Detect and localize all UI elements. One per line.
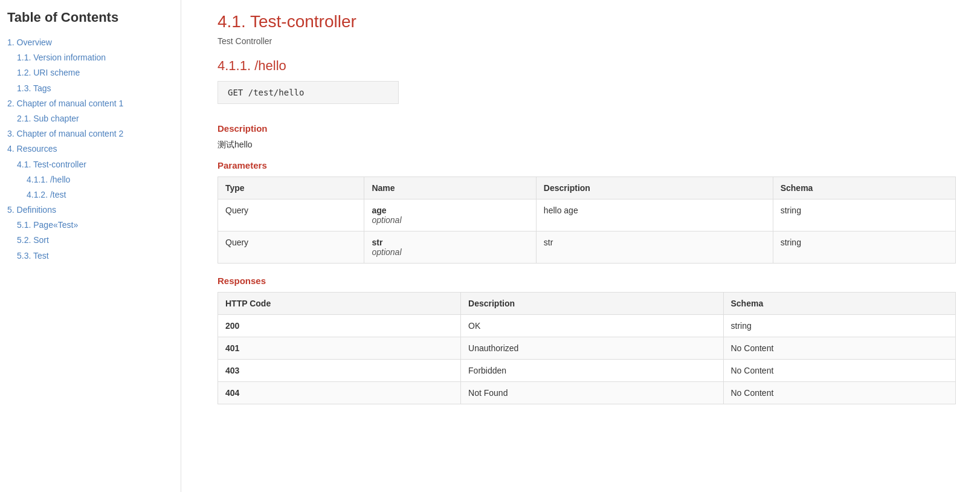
param-col-name: Name: [364, 177, 536, 199]
response-row: 403 Forbidden No Content: [218, 360, 956, 382]
controller-section-title: 4.1. Test-controller: [218, 12, 956, 31]
response-code: 401: [218, 337, 461, 360]
controller-label: Test Controller: [218, 36, 956, 46]
response-schema: No Content: [723, 337, 956, 360]
sidebar-item-test-def[interactable]: 5.3. Test: [7, 248, 173, 264]
response-description: OK: [461, 315, 723, 337]
parameters-table-head: Type Name Description Schema: [218, 177, 956, 199]
param-name-cell: str optional: [364, 231, 536, 264]
sidebar: Table of Contents 1. Overview1.1. Versio…: [0, 0, 181, 492]
resp-col-code: HTTP Code: [218, 293, 461, 315]
param-col-schema: Schema: [773, 177, 955, 199]
code-block: GET /test/hello: [218, 81, 399, 104]
response-code: 403: [218, 360, 461, 382]
sidebar-item-sort[interactable]: 5.2. Sort: [7, 233, 173, 248]
response-row: 404 Not Found No Content: [218, 382, 956, 404]
sidebar-item-sub-chapter[interactable]: 2.1. Sub chapter: [7, 111, 173, 126]
param-type: Query: [218, 231, 364, 264]
main-content: 4.1. Test-controller Test Controller 4.1…: [181, 0, 980, 492]
sidebar-item-overview[interactable]: 1. Overview: [7, 35, 173, 50]
param-description: hello age: [536, 199, 773, 231]
sidebar-title: Table of Contents: [7, 10, 173, 25]
param-row: Query str optional str string: [218, 231, 956, 264]
sidebar-item-definitions[interactable]: 5. Definitions: [7, 202, 173, 218]
sidebar-item-test[interactable]: 4.1.2. /test: [7, 187, 173, 202]
parameters-table-body: Query age optional hello age string Quer…: [218, 199, 956, 264]
param-schema: string: [773, 231, 955, 264]
param-col-description: Description: [536, 177, 773, 199]
parameters-label: Parameters: [218, 160, 956, 170]
sidebar-item-hello[interactable]: 4.1.1. /hello: [7, 172, 173, 187]
sidebar-item-tags[interactable]: 1.3. Tags: [7, 81, 173, 96]
response-code: 200: [218, 315, 461, 337]
sidebar-item-uri-scheme[interactable]: 1.2. URI scheme: [7, 65, 173, 80]
param-col-type: Type: [218, 177, 364, 199]
param-name: age: [372, 206, 528, 215]
resp-col-description: Description: [461, 293, 723, 315]
response-description: Unauthorized: [461, 337, 723, 360]
sidebar-item-chapter2[interactable]: 2. Chapter of manual content 1: [7, 96, 173, 111]
param-schema: string: [773, 199, 955, 231]
sidebar-item-page-test[interactable]: 5.1. Page«Test»: [7, 218, 173, 233]
endpoint-title: 4.1.1. /hello: [218, 58, 956, 74]
param-row: Query age optional hello age string: [218, 199, 956, 231]
responses-table-body: 200 OK string 401 Unauthorized No Conten…: [218, 315, 956, 404]
description-label: Description: [218, 123, 956, 134]
table-of-contents: 1. Overview1.1. Version information1.2. …: [7, 35, 173, 264]
response-schema: No Content: [723, 382, 956, 404]
description-text: 测试hello: [218, 140, 956, 151]
param-optional: optional: [372, 215, 401, 225]
sidebar-item-chapter3[interactable]: 3. Chapter of manual content 2: [7, 126, 173, 141]
response-row: 200 OK string: [218, 315, 956, 337]
response-description: Not Found: [461, 382, 723, 404]
param-type: Query: [218, 199, 364, 231]
sidebar-item-version-info[interactable]: 1.1. Version information: [7, 50, 173, 65]
responses-label: Responses: [218, 276, 956, 286]
response-schema: No Content: [723, 360, 956, 382]
param-name-cell: age optional: [364, 199, 536, 231]
param-description: str: [536, 231, 773, 264]
response-description: Forbidden: [461, 360, 723, 382]
parameters-table: Type Name Description Schema Query age o…: [218, 176, 956, 264]
response-schema: string: [723, 315, 956, 337]
resp-col-schema: Schema: [723, 293, 956, 315]
response-code: 404: [218, 382, 461, 404]
sidebar-item-test-controller[interactable]: 4.1. Test-controller: [7, 157, 173, 172]
sidebar-item-resources[interactable]: 4. Resources: [7, 141, 173, 157]
response-row: 401 Unauthorized No Content: [218, 337, 956, 360]
param-optional: optional: [372, 247, 401, 257]
param-name: str: [372, 238, 528, 247]
responses-table: HTTP Code Description Schema 200 OK stri…: [218, 292, 956, 404]
responses-table-head: HTTP Code Description Schema: [218, 293, 956, 315]
